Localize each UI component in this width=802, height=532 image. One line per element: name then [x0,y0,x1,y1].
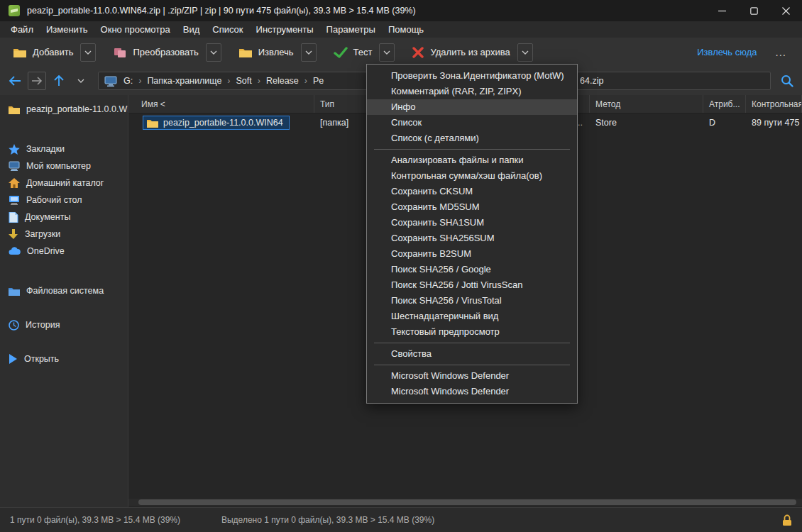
column-header-checksum[interactable]: Контрольная [746,95,802,113]
up-arrow-icon [54,75,64,87]
address-dropdown-button[interactable] [72,72,90,90]
delete-from-archive-button[interactable]: Удалить из архива [405,41,517,64]
up-button[interactable] [50,72,68,90]
context-menu-item-analyze[interactable]: Анализировать файлы и папки [367,153,577,168]
extract-button-label: Извлечь [258,47,294,57]
sidebar-open-label: Открыть [24,354,59,364]
column-header-method[interactable]: Метод [590,95,703,113]
menu-tools[interactable]: Инструменты [250,21,320,38]
context-menu-item-search-google[interactable]: Поиск SHA256 / Google [367,262,577,277]
context-menu-item-defender-2[interactable]: Microsoft Windows Defender [367,384,577,399]
context-menu-item-list-details[interactable]: Список (с деталями) [367,131,577,146]
more-options-button[interactable]: ... [775,46,786,58]
sidebar-item-onedrive[interactable]: OneDrive [0,243,128,260]
context-menu-item-save-sha256sum[interactable]: Сохранить SHA256SUM [367,231,577,246]
maximize-button[interactable] [738,0,770,21]
menu-list[interactable]: Список [206,21,249,38]
context-menu-item-properties[interactable]: Свойства [367,346,577,362]
horizontal-scrollbar[interactable] [128,499,802,506]
search-button[interactable] [778,72,796,90]
context-menu-item-defender-1[interactable]: Microsoft Windows Defender [367,368,577,384]
menu-browser-window[interactable]: Окно просмотра [94,21,177,38]
window-controls [706,0,802,21]
breadcrumb-storage-folder[interactable]: Папка-хранилище [133,76,221,86]
sidebar-item-history[interactable]: История [0,316,128,333]
test-dropdown-button[interactable] [379,43,395,62]
context-menu-item-save-cksum[interactable]: Сохранить CKSUM [367,184,577,199]
peazip-window: peazip_portable-11.0.0.WIN64.zip | .zip/… [0,0,802,532]
cloud-icon [9,247,21,255]
extract-dropdown-button[interactable] [301,43,317,62]
sidebar-item-downloads[interactable]: Загрузки [0,226,128,243]
context-menu-item-hex-view[interactable]: Шестнадцатеричный вид [367,309,577,324]
delete-button-label: Удалить из архива [430,47,510,57]
back-button[interactable] [6,72,24,90]
desktop-icon [9,195,20,205]
context-menu-item-search-jotti[interactable]: Поиск SHA256 / Jotti VirusScan [367,277,577,293]
delete-x-icon [412,47,424,58]
sidebar-item-home[interactable]: Домашний каталог [0,174,128,192]
context-menu-separator [374,343,570,343]
close-button[interactable] [770,0,802,21]
column-header-name[interactable]: Имя < [128,95,314,113]
menu-edit[interactable]: Изменить [40,21,94,38]
test-button[interactable]: Тест [326,41,380,64]
chevron-down-icon [84,50,92,55]
sidebar-item-documents[interactable]: Документы [0,209,128,226]
column-header-attributes[interactable]: Атриб... [703,95,746,113]
forward-button[interactable] [28,72,46,90]
minimize-icon [718,7,726,15]
sidebar-item-filesystem[interactable]: Файловая система [0,282,128,299]
breadcrumb-drive[interactable]: G: [123,76,133,86]
row-name-cell[interactable]: peazip_portable-11.0.0.WIN64 [128,116,314,130]
sidebar-item-current-archive[interactable]: peazip_portable-11.0.0.WIN [0,101,128,118]
delete-dropdown-button[interactable] [517,43,533,62]
menu-view[interactable]: Вид [177,21,207,38]
breadcrumb-release[interactable]: Release [252,76,299,86]
chevron-down-icon [305,50,312,55]
breadcrumb-archive-tail[interactable]: 64.zip [580,76,603,86]
extract-here-link[interactable]: Извлечь сюда [697,47,757,57]
context-menu-item-checksum-hash[interactable]: Контрольная сумма/хэш файла(ов) [367,168,577,184]
context-menu: Проверить Зона.Идентификатор (MotW) Комм… [366,64,578,404]
back-arrow-icon [9,76,21,86]
menu-options[interactable]: Параметры [320,21,382,38]
context-menu-item-comment[interactable]: Комментарий (RAR, ZIP, ZIPX) [367,84,577,99]
scrollbar-thumb[interactable] [138,499,796,505]
context-menu-item-save-b2sum[interactable]: Сохранить B2SUM [367,246,577,262]
search-icon [781,74,793,87]
context-menu-item-save-md5sum[interactable]: Сохранить MD5SUM [367,199,577,215]
sidebar-item-open[interactable]: Открыть [0,350,128,367]
sidebar-item-bookmarks[interactable]: Закладки [0,140,128,157]
add-button[interactable]: Добавить [6,41,80,64]
add-dropdown-button[interactable] [80,43,96,62]
document-icon [9,212,18,223]
status-summary: 1 пути 0 файл(ы), 39.3 MB > 15.4 MB (39%… [10,515,180,525]
context-menu-item-list[interactable]: Список [367,115,577,131]
add-folder-icon [13,47,27,58]
menu-file[interactable]: Файл [4,21,40,38]
context-menu-item-check-motw[interactable]: Проверить Зона.Идентификатор (MotW) [367,68,577,84]
forward-arrow-icon [31,77,43,85]
context-menu-item-text-preview[interactable]: Текстовый предпросмотр [367,324,577,340]
sidebar-item-computer[interactable]: Мой компьютер [0,157,128,174]
toolbar: Добавить Преобразовать Извлечь [0,38,802,67]
minimize-button[interactable] [706,0,738,21]
computer-icon [9,161,20,171]
menu-help[interactable]: Помощь [382,21,430,38]
folder-icon [147,118,158,128]
convert-button-label: Преобразовать [133,47,198,57]
context-menu-item-search-virustotal[interactable]: Поиск SHA256 / VirusTotal [367,293,577,309]
context-menu-item-save-sha1sum[interactable]: Сохранить SHA1SUM [367,215,577,231]
context-menu-item-info[interactable]: Инфо [367,99,577,115]
extract-button[interactable]: Извлечь [231,41,301,64]
chevron-down-icon [383,50,390,55]
title-bar: peazip_portable-11.0.0.WIN64.zip | .zip/… [0,0,802,21]
selected-item-box[interactable]: peazip_portable-11.0.0.WIN64 [143,116,290,130]
convert-dropdown-button[interactable] [206,43,221,62]
breadcrumb-peazip[interactable]: Pe [299,76,324,86]
convert-button[interactable]: Преобразовать [106,41,205,64]
breadcrumb-soft[interactable]: Soft [221,76,251,86]
test-check-icon [334,47,348,58]
sidebar-item-desktop[interactable]: Рабочий стол [0,192,128,209]
